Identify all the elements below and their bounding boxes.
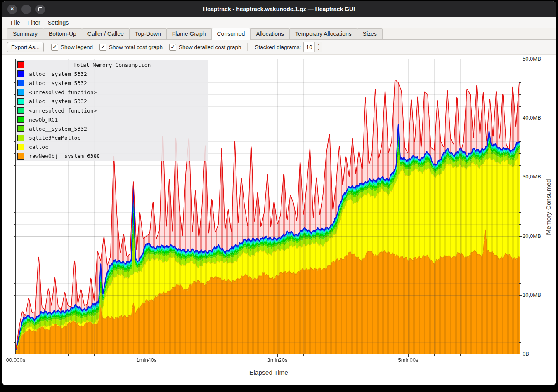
show-detailed-cost-graph-checkbox[interactable]: ✓ Show detailed cost graph [169,44,241,51]
x-axis-title: Elapsed Time [249,369,288,376]
legend-title-row: Total Memory Consumption [16,60,208,69]
checkbox-check-icon: ✓ [51,44,58,51]
menu-bar: File Filter Settings [2,17,556,28]
window-buttons: ✕ [7,1,45,17]
window-title: Heaptrack - heaptrack.wakunode.1.gz — He… [2,6,556,12]
legend-swatch [17,107,24,114]
toolbar-separator [247,43,248,51]
tab-allocations[interactable]: Allocations [250,28,290,39]
tab-bar: Summary Bottom-Up Caller / Callee Top-Do… [2,28,556,40]
menu-filter[interactable]: Filter [24,18,44,27]
spin-down-icon[interactable]: ▼ [315,47,322,52]
x-axis-tick-label: 3min20s [267,357,287,363]
maximize-button[interactable] [35,5,45,14]
x-axis-tick-label: 1min40s [136,357,156,363]
checkbox-label: Show legend [61,44,93,50]
legend-label: alloc__system_5332 [29,80,87,86]
checkbox-label: Show detailed cost graph [179,44,241,50]
legend-item: alloc__system_5332 [16,69,208,78]
tab-caller-callee[interactable]: Caller / Callee [82,28,130,39]
legend-item: sqlite3MemMalloc [16,134,208,143]
tab-top-down[interactable]: Top-Down [129,28,167,39]
close-icon: ✕ [10,6,14,12]
checkbox-check-icon: ✓ [99,44,106,51]
legend-swatch [17,80,24,86]
chart-legend: Total Memory Consumption alloc__system_5… [16,60,208,161]
tab-bottom-up[interactable]: Bottom-Up [43,28,82,39]
minimize-icon [24,9,28,9]
legend-label: alloc__system_5332 [29,98,87,104]
x-axis-tick-label: 5min00s [398,357,418,363]
legend-label: alloc__system_5332 [29,126,87,132]
legend-label: calloc [29,144,48,150]
legend-swatch [17,153,24,160]
checkbox-label: Show total cost graph [109,44,163,50]
tab-temporary-allocations[interactable]: Temporary Allocations [289,28,357,39]
stacked-diagrams-spinbox[interactable]: 10 ▲ ▼ [303,42,322,52]
legend-label: rawNewObj__system_6388 [29,153,100,159]
export-as-button[interactable]: Export As... [7,42,44,52]
legend-label: alloc__system_5332 [29,71,87,77]
legend-label: <unresolved function> [29,108,97,114]
legend-item: newObjRC1 [16,115,208,124]
stacked-diagrams-label: Stacked diagrams: [255,44,301,50]
close-button[interactable]: ✕ [7,5,17,14]
legend-label: <unresolved function> [29,89,97,95]
y-axis-title: Memory Consumed [545,179,552,235]
menu-settings[interactable]: Settings [44,18,73,27]
legend-item: alloc__system_5332 [16,97,208,106]
minimize-button[interactable] [21,5,31,14]
legend-label: sqlite3MemMalloc [29,135,80,141]
show-legend-checkbox[interactable]: ✓ Show legend [51,44,93,51]
y-axis-tick-label: 40,0MB [523,115,541,121]
spin-up-icon[interactable]: ▲ [315,42,322,47]
heaptrack-window: ✕ Heaptrack - heaptrack.wakunode.1.gz — … [2,1,556,385]
legend-label: newObjRC1 [29,117,58,123]
title-bar[interactable]: ✕ Heaptrack - heaptrack.wakunode.1.gz — … [2,1,556,17]
tab-sizes[interactable]: Sizes [357,28,383,39]
legend-swatch [17,135,24,141]
spinbox-value[interactable]: 10 [304,42,314,52]
y-axis-tick-label: 50,0MB [523,56,541,62]
legend-swatch [17,70,24,77]
legend-item: rawNewObj__system_6388 [16,152,208,161]
y-axis-tick-label: 10,0MB [523,292,541,298]
legend-swatch [17,125,24,132]
legend-swatch [17,116,24,123]
legend-item: calloc [16,143,208,152]
toolbar: Export As... ✓ Show legend ✓ Show total … [2,40,556,55]
legend-item: alloc__system_5332 [16,78,208,87]
checkbox-check-icon: ✓ [169,44,176,51]
spinbox-arrows: ▲ ▼ [314,42,322,52]
legend-swatch [17,98,24,105]
menu-file[interactable]: File [7,18,24,27]
legend-swatch [17,89,24,96]
legend-swatch [17,144,24,150]
y-axis-tick-label: 0B [523,351,529,357]
legend-title: Total Memory Consumption [16,62,208,68]
y-axis-tick-label: 30,0MB [523,174,541,180]
maximize-icon [38,7,42,11]
legend-item: <unresolved function> [16,88,208,97]
tab-consumed[interactable]: Consumed [211,28,251,40]
consumed-chart-panel: Total Memory Consumption alloc__system_5… [2,55,556,385]
tab-summary[interactable]: Summary [7,28,43,39]
tab-flame-graph[interactable]: Flame Graph [166,28,212,39]
y-axis-tick-label: 20,0MB [523,233,541,239]
show-total-cost-graph-checkbox[interactable]: ✓ Show total cost graph [99,44,163,51]
legend-item: alloc__system_5332 [16,124,208,133]
x-axis-tick-label: 00.000s [6,357,25,363]
screen: ✕ Heaptrack - heaptrack.wakunode.1.gz — … [0,0,558,392]
legend-item: <unresolved function> [16,106,208,115]
